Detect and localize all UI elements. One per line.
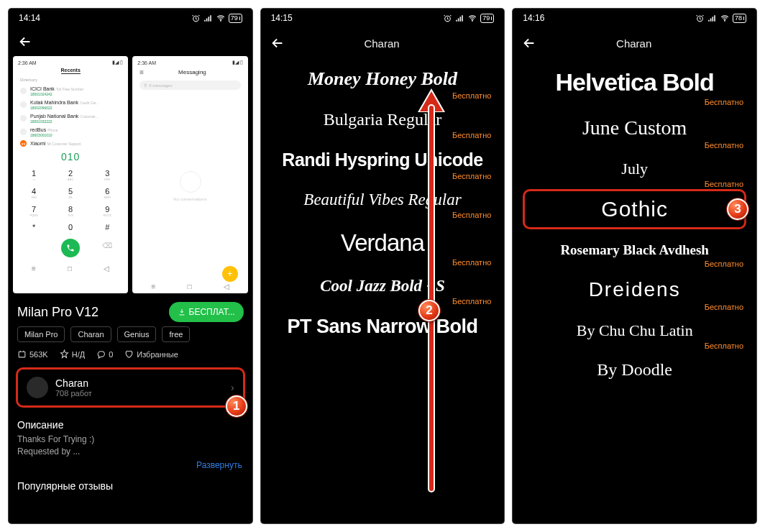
- font-item[interactable]: June CustomБесплатно: [521, 107, 748, 150]
- font-item[interactable]: PT Sans Narrow Bold: [270, 306, 496, 349]
- svg-rect-2: [19, 352, 25, 357]
- status-time: 14:16: [523, 13, 544, 23]
- screenshot-panel-1: 14:14 79 2:36 AM▮◢ ▯ Recents Directory I…: [9, 9, 252, 523]
- comment-icon: [96, 349, 106, 359]
- price-label: Бесплатно: [521, 180, 748, 189]
- price-label: Бесплатно: [270, 131, 496, 140]
- status-icons: 79: [443, 14, 494, 23]
- font-item[interactable]: JulyБесплатно: [521, 150, 748, 189]
- preview-dialer[interactable]: 2:36 AM▮◢ ▯ Recents Directory ICICI Bank…: [13, 56, 128, 293]
- alarm-icon: [443, 14, 452, 23]
- messaging-header: ≡Messaging: [135, 66, 244, 78]
- dial-row: ⌫: [16, 237, 125, 262]
- tag-item[interactable]: Milan Pro: [17, 326, 65, 342]
- status-bar: 14:15 79: [261, 9, 505, 27]
- description-heading: Описание: [9, 408, 252, 434]
- compose-icon: +: [222, 266, 238, 282]
- stats-row: 563K Н/Д 0 Избранные: [9, 349, 252, 367]
- comments-stat: 0: [96, 349, 113, 359]
- font-item[interactable]: Helvetica BoldБесплатно: [521, 59, 748, 107]
- font-list[interactable]: Helvetica BoldБесплатно June CustomБеспл…: [513, 59, 756, 381]
- list-item: miXiaomiMi Customer Support: [16, 139, 125, 148]
- star-icon: [60, 349, 69, 359]
- nav-bar: ≡□◁: [16, 262, 125, 275]
- signal-icon: [203, 14, 213, 23]
- favorite-stat[interactable]: Избранные: [124, 349, 178, 359]
- font-item[interactable]: Rosemary Black AvdheshБесплатно: [521, 229, 748, 269]
- font-list[interactable]: Money Honey BoldБесплатно Bulgaria Regul…: [261, 59, 505, 349]
- back-button[interactable]: [17, 34, 33, 50]
- font-item[interactable]: Money Honey BoldБесплатно: [270, 59, 496, 101]
- signal-icon: [455, 14, 464, 23]
- font-item[interactable]: Randi Hyspring UnicodeБесплатно: [270, 140, 496, 181]
- preview-messaging[interactable]: 2:36 AM▮◢ ▯ ≡Messaging ⚲ 0 messages No c…: [132, 56, 247, 293]
- preview-status: 2:36 AM▮◢ ▯: [16, 59, 125, 66]
- battery-icon: 79: [229, 14, 242, 23]
- font-item[interactable]: Cool Jazz Bold +SБесплатно: [270, 267, 496, 306]
- page-title: Charan: [520, 37, 748, 50]
- status-time: 14:15: [271, 13, 293, 23]
- signal-icon: [707, 14, 717, 23]
- call-icon: [61, 239, 80, 257]
- header: Charan: [513, 27, 756, 59]
- chevron-right-icon: ›: [231, 382, 234, 393]
- status-bar: 14:14 79: [9, 9, 252, 27]
- list-item: Kotak Mahindra BankCredit Car...18002096…: [16, 98, 125, 111]
- price-label: Бесплатно: [270, 91, 496, 101]
- tag-item[interactable]: Genius: [117, 326, 157, 342]
- status-bar: 14:16 78: [513, 9, 756, 27]
- annotation-badge-1: 1: [226, 395, 247, 417]
- directory-label: Directory: [16, 75, 125, 84]
- font-item[interactable]: VerdanaБесплатно: [270, 220, 496, 267]
- tag-item[interactable]: Charan: [70, 326, 111, 342]
- alarm-icon: [191, 14, 201, 23]
- price-label: Бесплатно: [521, 98, 748, 107]
- font-item[interactable]: DreidensБесплатно: [521, 269, 748, 312]
- backspace-icon: ⌫: [102, 242, 112, 249]
- dialed-number: 010: [16, 148, 125, 165]
- list-item: redBusPhone18603001010: [16, 125, 125, 139]
- downloads-icon: [17, 349, 27, 359]
- keypad: 1∞ 2ABC 3DEF 4GHI 5JKL 6MNO 7PQRS 8TUV 9…: [16, 165, 125, 237]
- battery-icon: 78: [733, 14, 746, 23]
- alarm-icon: [695, 14, 705, 23]
- price-label: Бесплатно: [270, 297, 496, 306]
- font-item-highlighted[interactable]: Gothic 3: [523, 189, 746, 229]
- header: [9, 27, 252, 56]
- preview-tabs: Recents: [16, 66, 125, 75]
- screenshot-panel-3: 14:16 78 Charan Helvetica BoldБесплатно …: [513, 9, 756, 523]
- battery-icon: 79: [480, 14, 494, 23]
- price-label: Бесплатно: [270, 211, 496, 220]
- rating-stat: Н/Д: [60, 349, 85, 359]
- expand-link[interactable]: Развернуть: [9, 459, 252, 470]
- screenshot-panel-2: 14:15 79 Charan Money Honey BoldБесплатн…: [261, 9, 505, 523]
- list-item: Punjab National BankCustomer...180010322…: [16, 111, 125, 125]
- svg-point-4: [472, 20, 473, 21]
- heart-icon: [124, 349, 134, 359]
- theme-title-row: Milan Pro V12 БЕСПЛАТ...: [9, 293, 252, 326]
- avatar: [27, 377, 48, 398]
- empty-icon: [180, 171, 201, 193]
- status-icons: 79: [191, 14, 242, 23]
- status-time: 14:14: [19, 13, 40, 23]
- download-icon: [178, 308, 186, 317]
- reviews-heading: Популярные отзывы: [9, 470, 252, 495]
- theme-previews: 2:36 AM▮◢ ▯ Recents Directory ICICI Bank…: [9, 56, 252, 293]
- svg-point-1: [220, 20, 221, 21]
- price-label: Бесплатно: [521, 141, 748, 150]
- search-bar: ⚲ 0 messages: [139, 81, 240, 90]
- font-item[interactable]: Beautiful Vibes RegularБесплатно: [270, 181, 496, 220]
- theme-title: Milan Pro V12: [17, 305, 99, 320]
- tag-row: Milan Pro Charan Genius free: [9, 326, 252, 349]
- download-button[interactable]: БЕСПЛАТ...: [169, 302, 244, 322]
- tag-item[interactable]: free: [162, 326, 190, 342]
- font-item[interactable]: By Chu Chu LatinБесплатно: [521, 312, 748, 351]
- preview-status: 2:36 AM▮◢ ▯: [135, 59, 244, 66]
- font-item[interactable]: By Doodle: [521, 351, 748, 381]
- annotation-badge-3: 3: [727, 198, 748, 220]
- author-card[interactable]: Charan 708 работ › 1: [16, 367, 245, 408]
- wifi-icon: [720, 14, 730, 23]
- author-works: 708 работ: [55, 389, 92, 398]
- font-item[interactable]: Bulgaria RegularБесплатно: [270, 101, 496, 140]
- download-label: БЕСПЛАТ...: [189, 307, 235, 317]
